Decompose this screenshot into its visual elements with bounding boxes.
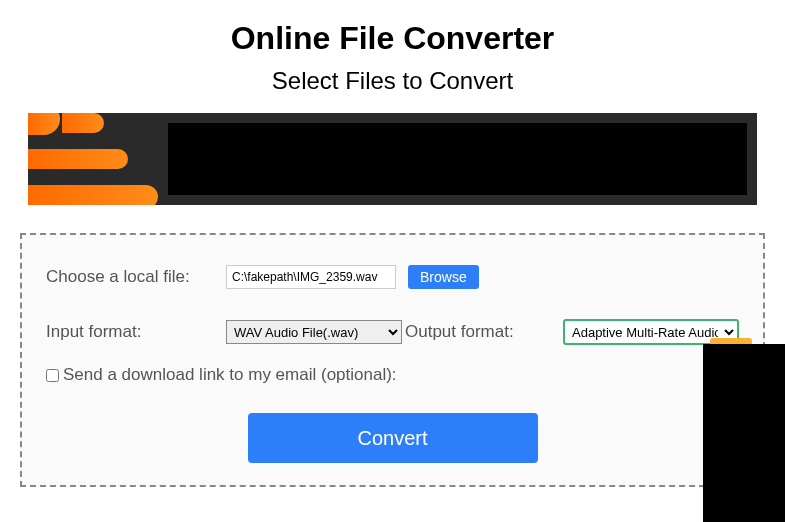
output-format-label: Output format: <box>405 322 514 342</box>
choose-file-label: Choose a local file: <box>46 267 226 287</box>
input-format-label: Input format: <box>46 322 226 342</box>
input-format-select[interactable]: WAV Audio File(.wav) <box>226 320 402 344</box>
browse-button[interactable]: Browse <box>408 265 479 289</box>
ad-banner <box>28 113 757 205</box>
page-title: Online File Converter <box>10 20 775 57</box>
file-path-input[interactable] <box>226 265 396 289</box>
email-link-checkbox[interactable] <box>46 369 59 382</box>
convert-button[interactable]: Convert <box>248 413 538 463</box>
banner-content-area <box>168 123 747 195</box>
banner-decoration <box>28 113 168 205</box>
page-subtitle: Select Files to Convert <box>10 67 775 95</box>
overlay-panel <box>703 344 785 522</box>
conversion-form: Choose a local file: Browse Input format… <box>20 233 765 487</box>
email-link-label: Send a download link to my email (option… <box>63 365 397 385</box>
